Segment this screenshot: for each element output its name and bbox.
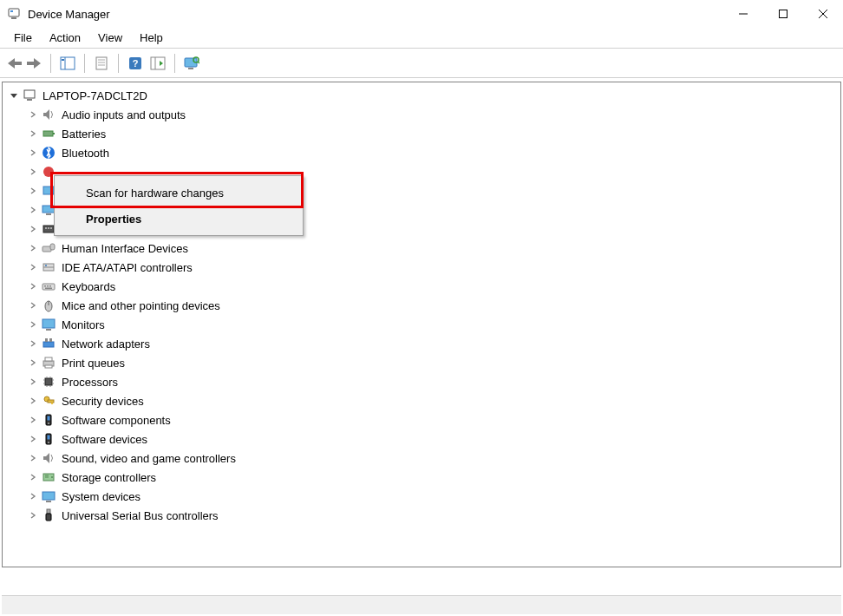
chevron-right-icon[interactable] xyxy=(27,471,39,483)
system-icon xyxy=(41,488,56,504)
chevron-right-icon[interactable] xyxy=(27,166,39,178)
chevron-right-icon[interactable] xyxy=(27,337,39,350)
device-tree-panel[interactable]: LAPTOP-7ADCLT2D Audio inputs and outputs… xyxy=(2,82,841,567)
toolbar: ? xyxy=(0,49,843,78)
tree-item-usb[interactable]: Universal Serial Bus controllers xyxy=(3,506,840,525)
svg-rect-29 xyxy=(43,131,53,136)
toolbar-help-button[interactable]: ? xyxy=(126,54,145,73)
tree-item-mice[interactable]: Mice and other pointing devices xyxy=(3,296,840,315)
tree-item-security[interactable]: Security devices xyxy=(3,391,840,410)
chevron-right-icon[interactable] xyxy=(27,185,39,197)
svg-rect-56 xyxy=(49,338,52,342)
back-button[interactable] xyxy=(5,54,24,73)
tree-item-label: Software components xyxy=(60,414,171,427)
svg-rect-55 xyxy=(45,338,48,342)
tree-item-soft-devices[interactable]: Software devices xyxy=(3,429,840,449)
chevron-right-icon[interactable] xyxy=(27,490,39,502)
menu-file[interactable]: File xyxy=(5,29,41,47)
toolbar-action-button[interactable] xyxy=(148,54,167,73)
chevron-right-icon[interactable] xyxy=(27,299,39,311)
svg-marker-78 xyxy=(43,453,49,463)
toolbar-properties-button[interactable] xyxy=(92,54,111,73)
tree-item-label: Human Interface Devices xyxy=(60,242,188,255)
chevron-right-icon[interactable] xyxy=(27,261,39,273)
titlebar: Device Manager xyxy=(0,0,843,28)
tree-item-keyboards[interactable]: Keyboards xyxy=(3,277,840,296)
tree-item-network[interactable]: Network adapters xyxy=(3,334,840,353)
svg-rect-11 xyxy=(62,59,64,61)
toolbar-scan-button[interactable] xyxy=(182,54,201,73)
tree-item-hid[interactable]: Human Interface Devices xyxy=(3,239,840,258)
context-menu-properties[interactable]: Properties xyxy=(56,206,301,232)
window-title: Device Manager xyxy=(28,8,723,21)
tree-item-audio[interactable]: Audio inputs and outputs xyxy=(3,105,840,124)
menu-help[interactable]: Help xyxy=(131,29,172,47)
tree-root[interactable]: LAPTOP-7ADCLT2D xyxy=(3,86,840,105)
svg-rect-26 xyxy=(24,90,35,98)
ide-icon xyxy=(41,259,56,275)
chevron-right-icon[interactable] xyxy=(27,280,39,292)
tree-item-ide[interactable]: IDE ATA/ATAPI controllers xyxy=(3,258,840,277)
close-button[interactable] xyxy=(803,0,843,28)
tree-item-label: System devices xyxy=(60,490,140,503)
svg-rect-48 xyxy=(49,285,51,287)
menu-action[interactable]: Action xyxy=(41,29,89,47)
svg-rect-84 xyxy=(46,501,51,502)
chevron-right-icon[interactable] xyxy=(27,147,39,159)
tree-item-soft-components[interactable]: Software components xyxy=(3,410,840,429)
svg-point-32 xyxy=(43,167,54,177)
network-icon xyxy=(41,336,56,351)
tree-item-monitors[interactable]: Monitors xyxy=(3,315,840,334)
tree-item-label: Universal Serial Bus controllers xyxy=(60,509,219,522)
maximize-button[interactable] xyxy=(763,0,803,28)
chevron-right-icon[interactable] xyxy=(27,318,39,331)
tree-item-batteries[interactable]: Batteries xyxy=(3,124,840,143)
svg-point-80 xyxy=(51,476,53,478)
svg-rect-70 xyxy=(48,400,54,403)
chevron-right-icon[interactable] xyxy=(27,223,39,235)
menu-view[interactable]: View xyxy=(89,29,131,47)
svg-marker-7 xyxy=(8,58,22,69)
chevron-right-icon[interactable] xyxy=(27,128,39,140)
chevron-right-icon[interactable] xyxy=(27,452,39,464)
chevron-down-icon[interactable] xyxy=(8,89,20,102)
svg-rect-60 xyxy=(45,378,52,385)
svg-rect-2 xyxy=(10,10,13,12)
tree-item-sound[interactable]: Sound, video and game controllers xyxy=(3,449,840,468)
sound-icon xyxy=(41,450,56,466)
context-menu: Scan for hardware changes Properties xyxy=(54,175,304,236)
chevron-right-icon[interactable] xyxy=(27,108,39,121)
forward-button[interactable] xyxy=(24,54,43,73)
tree-item-system[interactable]: System devices xyxy=(3,487,840,506)
tree-item-print-queues[interactable]: Print queues xyxy=(3,353,840,372)
svg-text:?: ? xyxy=(133,58,139,69)
tree-item-storage[interactable]: Storage controllers xyxy=(3,468,840,487)
svg-rect-49 xyxy=(45,288,52,290)
tree-item-label: Keyboards xyxy=(60,280,115,293)
chevron-right-icon[interactable] xyxy=(27,376,39,388)
bluetooth-icon xyxy=(41,145,56,161)
chevron-right-icon[interactable] xyxy=(27,433,39,445)
chevron-right-icon[interactable] xyxy=(27,509,39,521)
chevron-right-icon[interactable] xyxy=(27,242,39,254)
tree-item-label: Storage controllers xyxy=(60,471,156,484)
tree-root-label: LAPTOP-7ADCLT2D xyxy=(41,89,147,102)
chevron-right-icon[interactable] xyxy=(27,414,39,426)
tree-item-label: Mice and other pointing devices xyxy=(60,299,220,312)
monitors-icon xyxy=(41,317,56,332)
chevron-right-icon[interactable] xyxy=(27,204,39,216)
context-menu-scan[interactable]: Scan for hardware changes xyxy=(56,180,301,206)
svg-rect-4 xyxy=(780,10,787,18)
chevron-right-icon[interactable] xyxy=(27,395,39,407)
minimize-button[interactable] xyxy=(723,0,763,28)
tree-item-label: Monitors xyxy=(60,318,105,331)
svg-rect-33 xyxy=(43,187,54,194)
svg-rect-22 xyxy=(188,68,193,69)
chevron-right-icon[interactable] xyxy=(27,357,39,369)
tree-item-processors[interactable]: Processors xyxy=(3,372,840,391)
toolbar-show-hide-tree-button[interactable] xyxy=(58,54,77,73)
tree-item-bluetooth[interactable]: Bluetooth xyxy=(3,143,840,162)
soft-devices-icon xyxy=(41,431,56,447)
svg-rect-35 xyxy=(46,213,51,215)
processors-icon xyxy=(41,374,56,390)
